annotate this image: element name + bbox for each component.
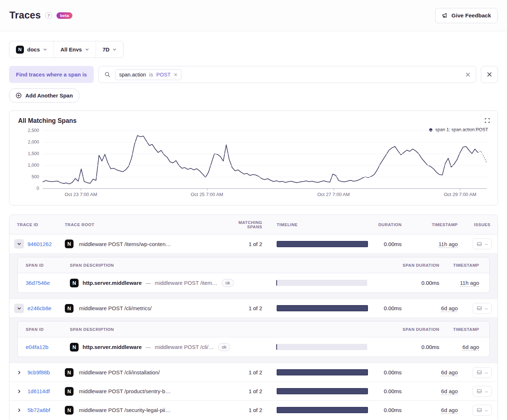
gridline [43,177,487,177]
search-clear-icon[interactable] [465,72,470,77]
project-selector[interactable]: N docs [9,41,54,58]
timeline-bar [277,369,368,375]
span-search-input[interactable]: span.action is POST [99,66,476,83]
inbox-icon [477,407,482,413]
help-icon[interactable]: ? [45,12,52,19]
matching-spans-count: 1 of 2 [224,305,268,311]
span-status-badge: ok [218,343,231,351]
span-id-link[interactable]: 36d7546e [26,280,50,286]
span-timeline-bar [276,280,367,286]
col-timestamp: TIMESTAMP [411,223,467,227]
matching-spans-count: 1 of 2 [224,388,268,394]
top-bar: Traces ? beta Give Feedback [0,0,507,31]
timestamp-value: 6d ago [441,305,458,312]
collapse-row-button[interactable] [14,239,24,249]
x-tick [81,188,81,190]
chevron-down-icon [43,47,47,51]
span-description-text: middleware POST /item… [155,280,217,286]
col-trace-id: TRACE ID [9,223,65,227]
table-row: e246cb8e N middleware POST /cli/metrics/… [9,299,498,317]
trace-id-link[interactable]: 9cb9f88b [28,369,50,375]
collapse-row-button[interactable] [14,304,24,313]
span-search-row: Find traces where a span is span.action … [9,66,498,83]
y-tick-label: 0 [18,186,39,191]
chart-area[interactable]: span 1: span.action:POST 2,5002,0001,500… [18,130,489,200]
traces-table: TRACE ID TRACE ROOT MATCHING SPANS TIMEL… [9,215,498,419]
project-selector-label: docs [27,46,40,53]
nextjs-icon: N [65,240,74,248]
timeline-bar [277,241,368,247]
duration-value: 0.00ms [376,305,411,311]
span-duration-value: 0.00ms [377,344,442,350]
trace-id-link[interactable]: 94601262 [28,241,52,247]
table-row: 5b72a6bf N middleware POST /security-leg… [9,400,498,419]
col-span-id: SPAN ID [18,327,70,332]
col-span-description: SPAN DESCRIPTION [70,263,268,267]
trace-id-link[interactable]: e246cb8e [28,305,51,311]
y-tick-label: 500 [18,174,39,179]
span-id-link[interactable]: e04fa12b [26,344,49,350]
duration-value: 0.00ms [376,369,411,375]
date-range-selector[interactable]: 7D [96,41,123,58]
expand-row-button[interactable] [14,406,24,415]
separator: — [146,280,151,286]
issues-indicator: – [473,303,492,314]
plus-circle-icon [16,92,22,99]
beta-badge: beta [56,12,72,19]
environment-selector[interactable]: All Envs [54,41,96,58]
token-remove-icon[interactable] [174,73,177,76]
expand-chart-button[interactable] [483,116,491,125]
col-issues: ISSUES [467,223,498,227]
give-feedback-label: Give Feedback [452,12,491,19]
table-row: 9cb9f88b N middleware POST /cli/installa… [9,363,498,382]
x-tick-label: Oct 25 7:00 AM [191,192,223,197]
remove-span-filter-button[interactable] [481,66,498,83]
give-feedback-button[interactable]: Give Feedback [435,8,498,23]
timeline-bar [277,305,368,311]
y-tick-label: 1,500 [18,151,39,156]
expand-row-button[interactable] [14,368,24,377]
col-span-id: SPAN ID [18,263,70,267]
matching-spans-chart-panel: All Matching Spans span 1: span.action:P… [9,111,498,205]
timestamp-value: 6d ago [441,388,458,395]
matching-spans-count: 1 of 2 [224,369,268,375]
issues-indicator: – [473,238,492,249]
span-op: http.server.middleware [83,280,142,286]
trace-id-link[interactable]: 1d6114df [28,388,50,394]
span-table-header-row: SPAN ID SPAN DESCRIPTION SPAN DURATION T… [18,257,489,273]
find-traces-label: Find traces where a span is [9,66,94,83]
col-matching-spans: MATCHING SPANS [224,220,268,229]
span-timeline-bar [276,344,367,350]
table-row: 94601262 N middleware POST /items/wp-con… [9,234,498,253]
timestamp-value: 6d ago [441,407,458,414]
expand-row-button[interactable] [14,387,24,396]
timeline-bar [277,388,368,394]
trace-id-link[interactable]: 5b72a6bf [28,407,50,413]
nextjs-icon: N [65,387,74,396]
y-tick-label: 2,000 [18,140,39,145]
col-span-duration: SPAN DURATION [377,327,442,332]
line-series [43,130,487,188]
search-token[interactable]: span.action is POST [115,69,181,80]
gridline [43,142,487,142]
table-row: 1d6114df N middleware POST /product/sent… [9,382,498,400]
gridline [43,130,487,131]
trace-root-text: middleware POST /cli/metrics/ [79,305,152,311]
col-span-timestamp: TIMESTAMP [442,327,489,332]
x-tick-label: Oct 27 7:00 AM [317,192,350,197]
issues-count: – [485,388,488,394]
y-tick-label: 1,000 [18,163,39,168]
separator: — [146,344,151,350]
chevron-down-icon [113,47,117,51]
span-description-text: middleware POST /cli/… [155,344,214,350]
megaphone-icon [442,12,448,18]
span-duration-value: 0.00ms [377,280,442,286]
inbox-icon [477,241,482,247]
add-another-span-button[interactable]: Add Another Span [9,88,79,103]
fullscreen-icon [485,118,490,123]
x-tick [334,188,334,190]
span-timestamp-value: 6d ago [462,344,479,351]
nextjs-icon: N [16,46,24,54]
x-tick-label: Oct 29 7:00 AM [444,192,477,197]
duration-value: 0.00ms [376,407,411,413]
